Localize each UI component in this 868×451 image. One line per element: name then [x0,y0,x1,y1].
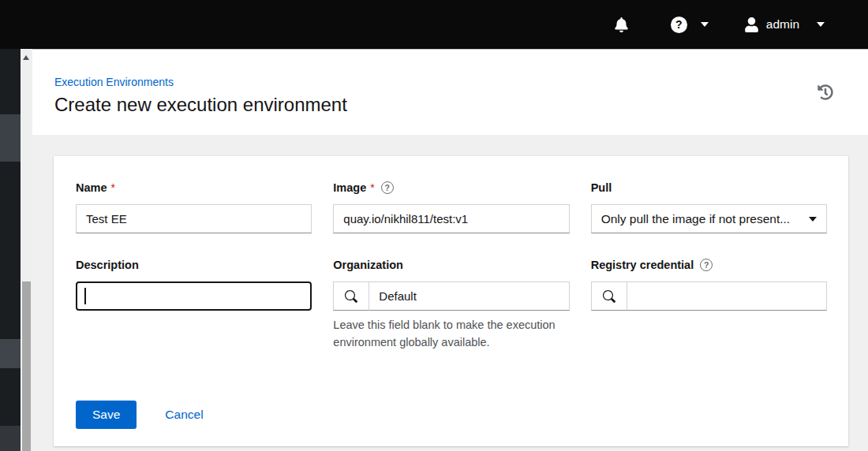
notifications-button[interactable] [615,17,628,32]
page-header: Execution Environments Create new execut… [32,50,868,135]
field-pull: Pull Only pull the image if not present.… [591,181,827,233]
sidebar-scrollbar[interactable] [21,49,32,451]
breadcrumb[interactable]: Execution Environments [54,76,174,88]
chevron-down-icon [817,22,825,27]
description-label: Description [76,259,139,271]
text-cursor [84,288,86,304]
history-icon [817,84,833,100]
search-icon [603,290,615,303]
execution-environment-form: Name * Image * ? P [76,181,827,352]
scrollbar-thumb[interactable] [22,281,31,451]
registry-credential-input[interactable] [627,281,827,311]
registry-credential-help-icon[interactable]: ? [700,259,713,271]
chevron-down-icon [701,22,709,27]
cancel-button[interactable]: Cancel [165,408,203,422]
organization-label: Organization [333,259,403,271]
pull-select-value: Only pull the image if not present... [601,212,791,226]
field-registry-credential: Registry credential ? [591,258,827,352]
field-name: Name * [76,181,312,233]
collapsed-sidebar [0,49,21,451]
bell-icon [615,17,628,32]
required-asterisk: * [111,181,115,194]
registry-credential-lookup-button[interactable] [591,281,627,311]
scroll-up-icon[interactable] [23,55,29,60]
masthead: ? admin [0,0,868,49]
question-circle-icon: ? [671,17,687,33]
form-actions: Save Cancel [76,401,827,429]
page-title: Create new execution environment [54,95,868,115]
required-asterisk: * [370,181,374,194]
field-organization: Organization Leave this field blank to m… [333,258,569,352]
sidebar-nav-item[interactable] [0,426,21,451]
pull-label: Pull [591,181,612,194]
field-image: Image * ? [333,181,569,233]
image-help-icon[interactable]: ? [381,181,394,194]
image-input[interactable] [333,204,569,233]
help-menu[interactable]: ? [671,17,709,33]
organization-lookup-button[interactable] [333,281,369,311]
field-description: Description [76,258,312,352]
registry-credential-label: Registry credential [591,259,694,271]
main-area: Execution Environments Create new execut… [0,49,868,451]
image-label: Image [333,181,366,194]
sidebar-nav-item-active[interactable] [0,114,21,162]
description-input[interactable] [76,281,312,311]
search-icon [345,290,357,303]
organization-input[interactable] [369,281,569,311]
user-icon [745,17,758,32]
name-input[interactable] [76,204,312,233]
user-menu[interactable]: admin [745,17,825,32]
chevron-down-icon [809,217,817,222]
pull-select[interactable]: Only pull the image if not present... [591,204,827,233]
name-label: Name [76,181,107,194]
save-button[interactable]: Save [76,401,137,429]
username-label: admin [766,17,799,32]
form-card: Name * Image * ? P [54,156,848,446]
sidebar-nav-item[interactable] [0,339,21,368]
organization-helper-text: Leave this field blank to make the execu… [333,317,569,352]
history-button[interactable] [817,84,833,100]
content-column: Execution Environments Create new execut… [32,49,868,451]
